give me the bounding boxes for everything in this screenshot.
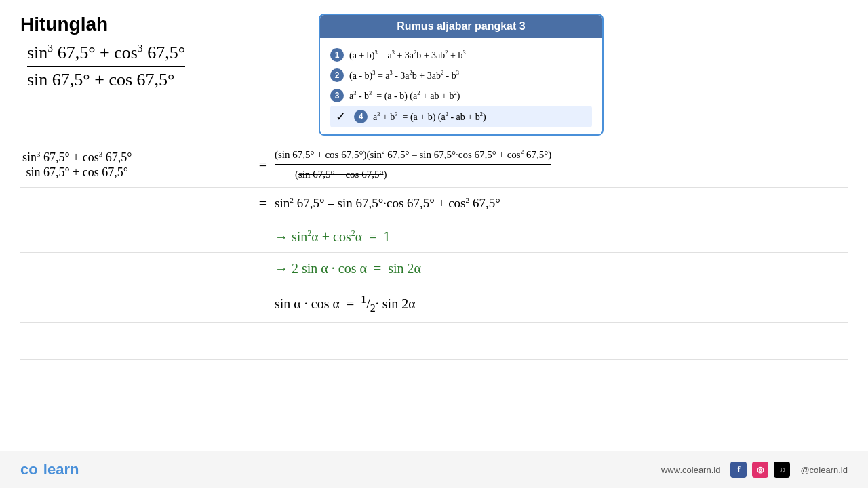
step1-equals: =	[251, 157, 275, 173]
step-1: sin3 67,5° + cos3 67,5° sin 67,5° + cos …	[20, 142, 848, 188]
step1-denominator: sin 67,5° + cos 67,5°	[20, 165, 134, 180]
step1-lhs: sin3 67,5° + cos3 67,5° sin 67,5° + cos …	[20, 150, 251, 180]
formula-item-4: ✓ 4 a3 + b3 = (a + b) (a2 - ab + b2)	[330, 106, 592, 127]
step-2: = sin2 67,5° – sin 67,5°·cos 67,5° + cos…	[20, 188, 848, 220]
formula-list: 1 (a + b)3 = a3 + 3a2b + 3ab2 + b3 2 (a …	[320, 38, 602, 134]
footer-right: www.colearn.id f ◎ ♫ @colearn.id	[661, 462, 848, 478]
formula-num-4: 4	[354, 110, 368, 123]
step2-rhs: sin2 67,5° – sin 67,5°·cos 67,5° + cos2 …	[275, 196, 848, 211]
step3-rhs: → sin2α + cos2α = 1	[275, 228, 848, 245]
problem-section: Hitunglah sin3 67,5° + cos3 67,5° sin 67…	[20, 14, 292, 136]
problem-denominator: sin 67,5° + cos 67,5°	[27, 67, 174, 90]
formula-item-1: 1 (a + b)3 = a3 + 3a2b + 3ab2 + b3	[330, 45, 592, 65]
step2-equals: =	[251, 196, 275, 211]
solution-container: sin3 67,5° + cos3 67,5° sin 67,5° + cos …	[0, 142, 868, 360]
step-5: sin α · cos α = 1/2· sin 2α	[20, 285, 848, 323]
step3-arrow: →	[275, 228, 288, 243]
formula-text-1: (a + b)3 = a3 + 3a2b + 3ab2 + b3	[349, 49, 466, 61]
step-empty	[20, 323, 848, 360]
formula-item-2: 2 (a - b)3 = a3 - 3a2b + 3ab2 - b3	[330, 65, 592, 85]
checkmark-icon: ✓	[336, 109, 346, 124]
social-icons: f ◎ ♫	[730, 462, 790, 478]
cancel-group-1: sin 67,5° + cos 67,5°	[278, 149, 363, 160]
facebook-icon: f	[730, 462, 747, 478]
footer: co learn www.colearn.id f ◎ ♫ @colearn.i…	[0, 451, 868, 488]
problem-numerator: sin3 67,5° + cos3 67,5°	[27, 42, 185, 67]
page-wrapper: Hitunglah sin3 67,5° + cos3 67,5° sin 67…	[0, 0, 868, 360]
formula-box: Rumus aljabar pangkat 3 1 (a + b)3 = a3 …	[319, 14, 604, 136]
step-4: → 2 sin α · cos α = sin 2α	[20, 253, 848, 285]
formula-text-4: a3 + b3 = (a + b) (a2 - ab + b2)	[373, 111, 486, 123]
footer-logo: co learn	[20, 461, 79, 479]
step1-fraction: sin3 67,5° + cos3 67,5° sin 67,5° + cos …	[20, 150, 134, 180]
step1-rhs-numerator: (sin 67,5° + cos 67,5°)(sin2 67,5° – sin…	[275, 148, 551, 165]
formula-text-3: a3 - b3 = (a - b) (a2 + ab + b2)	[349, 90, 460, 102]
step4-rhs: → 2 sin α · cos α = sin 2α	[275, 261, 848, 277]
step1-rhs: (sin 67,5° + cos 67,5°)(sin2 67,5° – sin…	[275, 148, 848, 182]
step5-rhs: sin α · cos α = 1/2· sin 2α	[275, 293, 848, 314]
footer-url: www.colearn.id	[661, 465, 720, 475]
fraction-problem: sin3 67,5° + cos3 67,5° sin 67,5° + cos …	[27, 42, 292, 90]
formula-num-3: 3	[330, 89, 344, 102]
page-title: Hitunglah	[20, 14, 292, 35]
cancel-group-2: sin 67,5° + cos 67,5°	[298, 169, 383, 180]
step1-rhs-denominator: (sin 67,5° + cos 67,5°)	[275, 165, 848, 182]
formula-header: Rumus aljabar pangkat 3	[320, 15, 602, 38]
logo-learn: learn	[43, 461, 79, 478]
formula-num-1: 1	[330, 48, 344, 62]
step4-arrow: →	[275, 261, 288, 276]
instagram-icon: ◎	[752, 462, 768, 478]
step1-numerator: sin3 67,5° + cos3 67,5°	[20, 150, 134, 165]
top-section: Hitunglah sin3 67,5° + cos3 67,5° sin 67…	[0, 0, 868, 142]
formula-item-3: 3 a3 - b3 = (a - b) (a2 + ab + b2)	[330, 85, 592, 106]
step-3: → sin2α + cos2α = 1	[20, 220, 848, 253]
footer-handle: @colearn.id	[800, 465, 848, 475]
formula-text-2: (a - b)3 = a3 - 3a2b + 3ab2 - b3	[349, 70, 459, 81]
logo-co: co	[20, 461, 38, 478]
tiktok-icon: ♫	[774, 462, 790, 478]
formula-num-2: 2	[330, 68, 344, 82]
